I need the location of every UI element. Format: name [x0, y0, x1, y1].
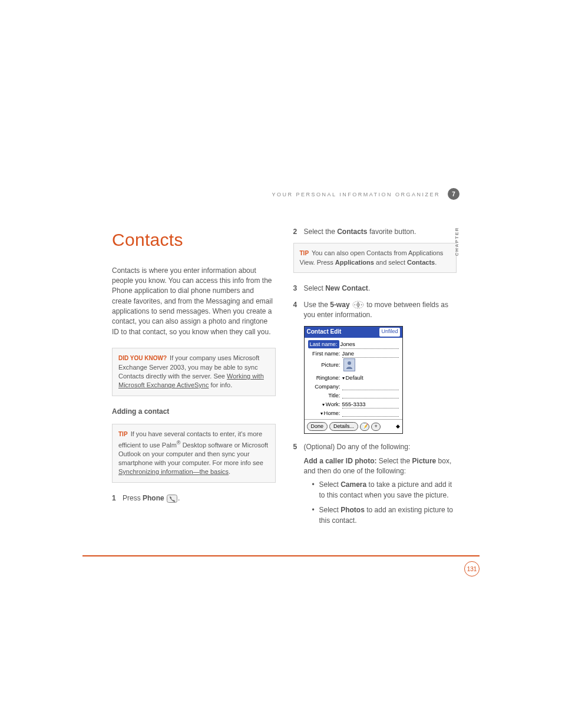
step-2-c: favorite button.	[368, 228, 416, 236]
ss-firstname-val: Jane	[342, 350, 399, 358]
ss-titlebar: Contact Edit Unfiled	[305, 327, 402, 338]
b1a: Select	[319, 480, 341, 489]
step-2-num: 2	[293, 227, 304, 237]
intro-paragraph: Contacts is where you enter information …	[112, 266, 276, 338]
dyk-text-after: for info.	[209, 381, 232, 388]
tip2-b: Applications	[335, 259, 374, 266]
did-you-know-callout: DID YOU KNOW? If your company uses Micro…	[112, 348, 276, 396]
ss-home-label: Home:	[308, 409, 342, 417]
step-3-num: 3	[293, 284, 304, 294]
step-2-b: Contacts	[337, 228, 367, 236]
tip2-e: .	[435, 259, 437, 266]
ss-done-button: Done	[307, 422, 328, 431]
step-5-bullet-1: Select Camera to take a picture and add …	[312, 480, 457, 500]
step-1: 1 Press Phone .	[112, 493, 276, 503]
step-4-c	[350, 301, 352, 309]
step-1-b: Phone	[143, 494, 164, 502]
ss-category: Unfiled	[379, 328, 399, 337]
contact-edit-screenshot: Contact Edit Unfiled Last name:Jones Fir…	[304, 326, 403, 434]
ss-body: Last name:Jones First name:Jane Picture:…	[305, 338, 402, 419]
ss-picture-placeholder	[343, 358, 355, 371]
ss-title-label: Title:	[308, 391, 342, 400]
step-4-a: Use the	[304, 301, 330, 309]
step-4-b: 5-way	[330, 301, 349, 309]
step-1-num: 1	[112, 493, 123, 503]
ss-add-button: +	[371, 423, 381, 431]
step-5-p1c: Picture	[412, 457, 437, 465]
step-3: 3 Select New Contact.	[293, 284, 457, 294]
ss-title-val	[342, 392, 399, 398]
ss-picture-label: Picture:	[308, 361, 342, 369]
ss-home-val	[342, 410, 399, 417]
ss-firstname-label: First name:	[308, 350, 342, 358]
step-5-p1a: Add a caller ID photo:	[304, 457, 377, 465]
left-column: Contacts Contacts is where you enter inf…	[112, 227, 276, 536]
five-way-icon	[352, 301, 364, 309]
ss-ringtone-val: Default	[342, 374, 399, 382]
step-5-lead: (Optional) Do any of the following:	[304, 442, 457, 452]
step-3-a: Select	[304, 284, 326, 292]
tip2-c: and select	[374, 259, 407, 266]
ss-button-row: Done Details... 📝 + ◆	[305, 419, 402, 433]
subheading: Adding a contact	[112, 407, 276, 417]
step-2: 2 Select the Contacts favorite button.	[293, 227, 457, 237]
step-4: 4 Use the 5-way to move between fields a…	[293, 300, 457, 321]
ss-company-label: Company:	[308, 383, 342, 391]
svg-point-4	[348, 361, 351, 365]
ss-updown-icon: ◆	[396, 423, 400, 430]
ss-ringtone-label: Ringtone:	[308, 374, 342, 382]
step-5: 5 (Optional) Do any of the following: Ad…	[293, 442, 457, 531]
ss-note-button: 📝	[360, 423, 369, 431]
step-3-c: .	[368, 284, 370, 292]
step-5-bullet-2: Select Photos to add an existing picture…	[312, 505, 457, 526]
tip-callout-2: TIP You can also open Contacts from Appl…	[293, 243, 457, 273]
step-2-a: Select the	[304, 228, 338, 236]
step-3-b: New Contact	[325, 284, 368, 292]
tip1-tag: TIP	[118, 431, 128, 437]
ss-company-val	[342, 384, 399, 390]
b2a: Select	[319, 506, 341, 514]
step-1-a: Press	[123, 494, 143, 502]
b1b: Camera	[340, 480, 366, 489]
tip1-after: .	[229, 468, 230, 475]
phone-key-icon	[167, 495, 177, 503]
step-5-num: 5	[293, 442, 304, 531]
dyk-tag: DID YOU KNOW?	[118, 355, 167, 361]
step-1-d: .	[178, 494, 180, 502]
chapter-label: CHAPTER	[454, 227, 459, 256]
section-title: Contacts	[112, 227, 276, 253]
footer-rule	[82, 555, 480, 556]
ss-details-button: Details...	[329, 422, 358, 431]
ss-title: Contact Edit	[307, 328, 342, 337]
page-number: 131	[464, 561, 480, 577]
svg-point-3	[358, 304, 359, 305]
step-4-num: 4	[293, 300, 304, 321]
ss-work-label: Work:	[308, 400, 342, 409]
svg-rect-0	[167, 495, 177, 502]
tip2-d: Contacts	[407, 259, 435, 266]
registered-mark: ®	[177, 440, 181, 446]
b2b: Photos	[340, 506, 365, 514]
step-5-p1b: Select the	[377, 457, 412, 465]
chapter-number-badge: 7	[448, 188, 459, 200]
running-header: YOUR PERSONAL INFORMATION ORGANIZER	[272, 192, 440, 197]
ss-lastname-label: Last name:	[308, 340, 339, 348]
right-column: 2 Select the Contacts favorite button. T…	[293, 227, 457, 536]
tip1-link[interactable]: Synchronizing information—the basics	[118, 468, 229, 475]
tip2-tag: TIP	[300, 250, 309, 256]
ss-lastname-val: Jones	[340, 340, 399, 349]
tip-callout-1: TIP If you have several contacts to ente…	[112, 424, 276, 483]
ss-work-val: 555-3333	[342, 400, 399, 409]
step-1-c	[164, 494, 166, 502]
